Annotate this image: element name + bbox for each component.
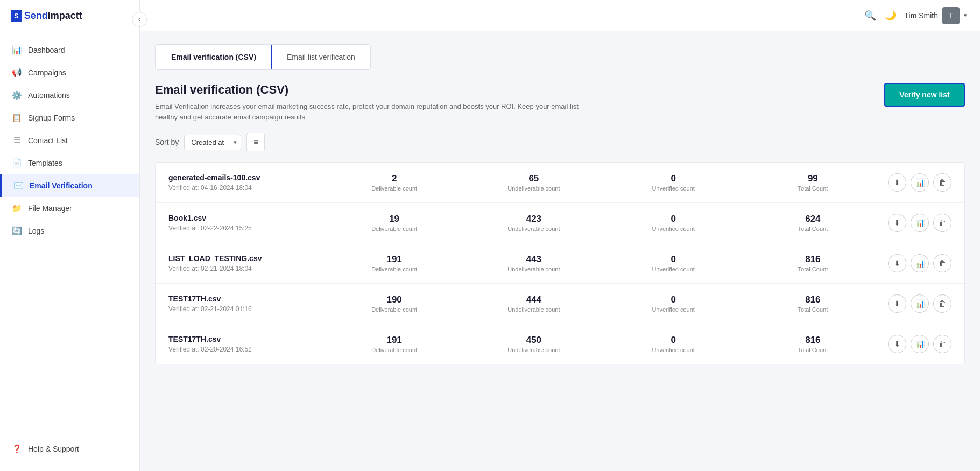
- help-support-icon: ❓: [12, 444, 22, 454]
- table-row: Book1.csv Verified at: 02-22-2024 15:25 …: [156, 203, 964, 243]
- delete-button[interactable]: 🗑: [933, 214, 951, 232]
- sidebar-item-label: Email Verification: [30, 181, 93, 190]
- sidebar-item-automations[interactable]: ⚙️ Automations: [0, 84, 139, 107]
- sidebar-item-help-support[interactable]: ❓ Help & Support: [0, 438, 139, 460]
- file-date: Verified at: 04-16-2024 18:04: [168, 184, 319, 192]
- sidebar-item-email-verification[interactable]: ✉️ Email Verification: [0, 174, 139, 197]
- download-button[interactable]: ⬇: [888, 335, 906, 353]
- delete-button[interactable]: 🗑: [933, 173, 951, 192]
- tab-csv[interactable]: Email verification (CSV): [155, 44, 272, 70]
- unverified-stat: 0 Unverified count: [609, 214, 738, 232]
- user-menu-caret: ▾: [964, 12, 967, 19]
- file-date: Verified at: 02-21-2024 01:16: [168, 305, 319, 313]
- chart-button[interactable]: 📊: [911, 294, 929, 313]
- logo-icon: S: [11, 10, 22, 22]
- page-description: Email Verification increases your email …: [155, 101, 596, 122]
- download-button[interactable]: ⬇: [888, 214, 906, 232]
- dashboard-icon: 📊: [12, 45, 22, 55]
- chart-button[interactable]: 📊: [911, 173, 929, 192]
- total-label: Total Count: [749, 306, 877, 313]
- row-actions: ⬇ 📊 🗑: [888, 214, 951, 232]
- sidebar-item-dashboard[interactable]: 📊 Dashboard: [0, 39, 139, 61]
- file-name: TEST17TH.csv: [168, 294, 319, 303]
- total-count: 624: [749, 214, 877, 224]
- undeliverable-stat: 450 Undeliverable count: [469, 335, 598, 353]
- signup-forms-icon: 📋: [12, 113, 22, 123]
- verify-new-list-button[interactable]: Verify new list: [884, 83, 965, 107]
- delete-button[interactable]: 🗑: [933, 294, 951, 313]
- sidebar-item-label: Help & Support: [28, 445, 79, 453]
- logo-area: S Sendimpactt: [0, 0, 139, 32]
- sidebar-item-logs[interactable]: 🔄 Logs: [0, 220, 139, 242]
- total-count: 99: [749, 173, 877, 184]
- sidebar-item-label: Signup Forms: [28, 114, 75, 122]
- undeliverable-stat: 65 Undeliverable count: [469, 173, 598, 192]
- sort-select[interactable]: Created at Updated at File name: [184, 135, 241, 150]
- unverified-stat: 0 Unverified count: [609, 335, 738, 353]
- sidebar-item-contact-list[interactable]: ☰ Contact List: [0, 129, 139, 152]
- sidebar-item-label: Campaigns: [28, 68, 66, 77]
- total-stat: 99 Total Count: [749, 173, 877, 192]
- file-name: TEST17TH.csv: [168, 335, 319, 343]
- delete-button[interactable]: 🗑: [933, 335, 951, 353]
- sidebar-item-label: Contact List: [28, 136, 68, 145]
- sidebar-item-signup-forms[interactable]: 📋 Signup Forms: [0, 107, 139, 129]
- verification-list: generated-emails-100.csv Verified at: 04…: [155, 162, 965, 364]
- download-button[interactable]: ⬇: [888, 173, 906, 192]
- logo-text: Sendimpactt: [24, 10, 82, 22]
- tab-list[interactable]: Email list verification: [272, 45, 370, 69]
- unverified-count: 0: [609, 173, 738, 184]
- avatar-initial: T: [949, 11, 954, 20]
- unverified-stat: 0 Unverified count: [609, 173, 738, 192]
- sort-label: Sort by: [155, 138, 179, 146]
- unverified-count: 0: [609, 335, 738, 346]
- file-info: LIST_LOAD_TESTING.csv Verified at: 02-21…: [168, 254, 319, 272]
- deliverable-stat: 2 Deliverable count: [330, 173, 459, 192]
- filter-icon: ≡: [253, 138, 258, 146]
- file-name: LIST_LOAD_TESTING.csv: [168, 254, 319, 263]
- unverified-label: Unverified count: [609, 185, 738, 192]
- deliverable-stat: 190 Deliverable count: [330, 294, 459, 313]
- undeliverable-label: Undeliverable count: [469, 266, 598, 272]
- download-button[interactable]: ⬇: [888, 294, 906, 313]
- search-icon[interactable]: 🔍: [864, 10, 876, 22]
- page-header-text: Email verification (CSV) Email Verificat…: [155, 83, 596, 122]
- user-menu[interactable]: Tim Smith T ▾: [905, 7, 967, 24]
- undeliverable-label: Undeliverable count: [469, 185, 598, 192]
- sidebar-item-templates[interactable]: 📄 Templates: [0, 152, 139, 174]
- unverified-count: 0: [609, 214, 738, 224]
- unverified-stat: 0 Unverified count: [609, 294, 738, 313]
- sidebar-collapse-button[interactable]: ‹: [132, 12, 147, 27]
- chart-button[interactable]: 📊: [911, 335, 929, 353]
- sidebar-bottom: ❓ Help & Support: [0, 431, 139, 471]
- undeliverable-stat: 443 Undeliverable count: [469, 254, 598, 272]
- undeliverable-count: 444: [469, 294, 598, 305]
- download-button[interactable]: ⬇: [888, 254, 906, 272]
- file-name: Book1.csv: [168, 214, 319, 222]
- topbar: 🔍 🌙 Tim Smith T ▾: [140, 0, 980, 31]
- total-stat: 816 Total Count: [749, 294, 877, 313]
- sidebar-item-campaigns[interactable]: 📢 Campaigns: [0, 61, 139, 84]
- delete-button[interactable]: 🗑: [933, 254, 951, 272]
- unverified-label: Unverified count: [609, 266, 738, 272]
- table-row: generated-emails-100.csv Verified at: 04…: [156, 163, 964, 203]
- total-stat: 816 Total Count: [749, 335, 877, 353]
- deliverable-label: Deliverable count: [330, 347, 459, 353]
- undeliverable-stat: 444 Undeliverable count: [469, 294, 598, 313]
- sort-bar: Sort by Created at Updated at File name …: [155, 133, 965, 151]
- filter-button[interactable]: ≡: [246, 133, 265, 151]
- undeliverable-label: Undeliverable count: [469, 306, 598, 313]
- tab-bar: Email verification (CSV) Email list veri…: [155, 44, 371, 70]
- dark-mode-icon[interactable]: 🌙: [885, 10, 896, 21]
- row-actions: ⬇ 📊 🗑: [888, 335, 951, 353]
- sidebar-item-label: Dashboard: [28, 46, 65, 54]
- undeliverable-label: Undeliverable count: [469, 226, 598, 232]
- sidebar-item-file-manager[interactable]: 📁 File Manager: [0, 197, 139, 220]
- chart-button[interactable]: 📊: [911, 254, 929, 272]
- unverified-label: Unverified count: [609, 226, 738, 232]
- chart-button[interactable]: 📊: [911, 214, 929, 232]
- deliverable-count: 191: [330, 335, 459, 346]
- deliverable-count: 190: [330, 294, 459, 305]
- total-label: Total Count: [749, 226, 877, 232]
- contact-list-icon: ☰: [12, 136, 22, 145]
